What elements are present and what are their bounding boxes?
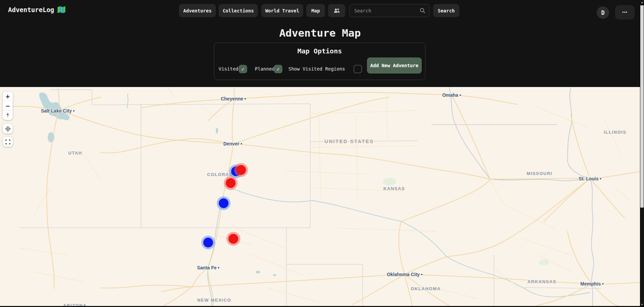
adventure-marker-planned[interactable]: [219, 199, 229, 208]
visited-toggle-label: Visited: [219, 65, 238, 73]
state-label-missouri: MISSOURI: [526, 171, 552, 176]
city-label-omaha: Omaha•: [442, 92, 461, 98]
nav-world-travel-button[interactable]: World Travel: [261, 4, 303, 17]
city-label-santa-fe: Santa Fe•: [197, 265, 220, 270]
adventure-marker-visited[interactable]: [229, 234, 238, 244]
state-label-utah: UTAH: [68, 150, 82, 156]
map-base-layer: [0, 87, 640, 306]
planned-checkbox[interactable]: [274, 65, 282, 73]
city-label-cheyenne: Cheyenne•: [221, 96, 246, 101]
map-minor-roads: [20, 88, 631, 302]
city-label-memphis: Memphis•: [581, 281, 604, 287]
map-state-borders: [20, 90, 601, 306]
app-logo[interactable]: AdventureLog: [8, 6, 66, 13]
page-title: Adventure Map: [0, 27, 640, 39]
adventurelog-app: AdventureLog Adventures Collections Worl…: [0, 0, 644, 307]
city-dot: •: [73, 108, 75, 113]
show-visited-regions-checkbox[interactable]: [354, 65, 362, 73]
geolocate-button[interactable]: [3, 124, 13, 134]
city-dot: •: [218, 265, 219, 270]
compass-button[interactable]: ▲▼: [3, 111, 13, 120]
adventure-marker-visited[interactable]: [236, 165, 246, 175]
map-emoji-icon: [57, 6, 66, 13]
map-zoom-controls: + − ▲▼: [3, 92, 13, 120]
search-button[interactable]: Search: [433, 4, 459, 17]
page-scrollbar[interactable]: ▲ ▼: [640, 0, 644, 307]
users-icon: [333, 8, 340, 13]
state-label-arizona: ARIZONA: [63, 303, 87, 306]
map-options-card: Map Options Visited Planned Show Visited…: [214, 43, 425, 80]
city-label-denver: Denver•: [223, 141, 242, 146]
adventure-marker-visited[interactable]: [226, 178, 236, 188]
city-dot: •: [241, 141, 242, 146]
map-roads: [10, 88, 640, 306]
nav-adventures-button[interactable]: Adventures: [179, 4, 216, 17]
geolocate-icon: [5, 126, 11, 132]
city-dot: •: [602, 281, 603, 286]
city-label-salt-lake-city: Salt Lake City•: [41, 108, 75, 114]
state-label-new-mexico: NEW MEXICO: [197, 298, 231, 303]
map-options-title: Map Options: [214, 47, 425, 55]
planned-toggle-label: Planned: [255, 65, 275, 73]
nav-map-button[interactable]: Map: [306, 4, 325, 17]
city-dot: •: [600, 176, 601, 181]
city-label-st-louis: St. Louis•: [579, 176, 601, 181]
nav-collections-button[interactable]: Collections: [219, 4, 258, 17]
state-label-oklahoma: OKLAHOMA: [411, 286, 441, 291]
state-label-kansas: KANSAS: [383, 186, 405, 191]
add-new-adventure-button[interactable]: Add New Adventure: [367, 57, 422, 74]
compass-icon: ▲▼: [7, 113, 9, 118]
search-input[interactable]: [349, 4, 430, 17]
city-dot: •: [421, 272, 422, 277]
users-button[interactable]: [328, 4, 345, 17]
zoom-out-button[interactable]: −: [3, 101, 13, 111]
city-dot: •: [244, 96, 246, 101]
show-visited-regions-label: Show Visited Regions: [288, 65, 345, 73]
city-label-oklahoma-city: Oklahoma City•: [387, 272, 422, 277]
visited-checkbox[interactable]: [239, 65, 247, 73]
scrollbar-up-arrow[interactable]: ▲: [640, 1, 644, 4]
map-lakes: [39, 93, 276, 276]
city-dot: •: [460, 93, 461, 97]
adventure-marker-planned[interactable]: [203, 238, 213, 248]
state-label-arkansas: ARKANSAS: [527, 279, 556, 284]
scrollbar-thumb[interactable]: [640, 5, 644, 208]
more-menu-button[interactable]: •••: [615, 5, 635, 19]
scrollbar-down-arrow[interactable]: ▼: [640, 303, 644, 306]
country-label-united-states: UNITED STATES: [325, 139, 374, 144]
adventure-map[interactable]: UTAHCOLORADOKANSASMISSOURIILLINOISOKLAHO…: [0, 87, 640, 306]
app-title: AdventureLog: [8, 6, 54, 13]
map-parks: [383, 178, 549, 265]
fullscreen-button[interactable]: [3, 137, 13, 147]
zoom-in-button[interactable]: +: [3, 92, 13, 101]
avatar[interactable]: D: [597, 6, 609, 19]
search-icon: [420, 8, 425, 13]
state-label-illinois: ILLINOIS: [604, 130, 627, 135]
fullscreen-icon: [5, 139, 11, 145]
map-rivers: [127, 94, 590, 306]
